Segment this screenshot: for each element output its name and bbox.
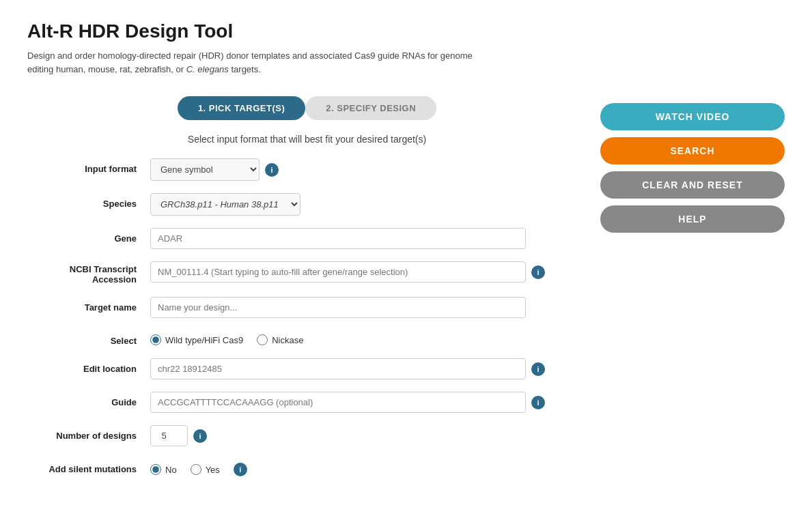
silent-no-label: No [165,465,177,475]
silent-mutations-control: No Yes i [150,459,587,476]
cas-wildtype-label: Wild type/HiFi Cas9 [165,335,243,345]
edit-location-info-icon[interactable]: i [531,362,545,376]
cas-select-label: Select [27,330,150,346]
guide-info-icon[interactable]: i [531,396,545,409]
guide-row: Guide i [27,392,587,413]
cas-nickase-radio[interactable] [257,334,268,345]
species-control: GRCh38.p11 - Human 38.p11 Mouse Rat Zebr… [150,193,587,216]
help-button[interactable]: HELP [600,205,785,233]
cas-radio-group: Wild type/HiFi Cas9 Nickase [150,330,303,345]
ncbi-label: NCBI Transcript Accession [27,261,150,285]
cas-select-row: Select Wild type/HiFi Cas9 Nickase [27,330,587,346]
species-select[interactable]: GRCh38.p11 - Human 38.p11 Mouse Rat Zebr… [150,193,300,216]
num-designs-label: Number of designs [27,425,150,441]
input-format-select[interactable]: Gene symbol Genomic coordinates NCBI tra… [150,158,260,181]
gene-label: Gene [27,228,150,244]
silent-yes-label: Yes [206,465,220,475]
search-button[interactable]: SEARCH [600,137,785,164]
page-title: Alt-R HDR Design Tool [27,20,785,42]
guide-input[interactable] [150,392,526,413]
ncbi-transcript-input[interactable] [150,261,526,283]
cas-wildtype-radio[interactable] [150,334,161,345]
gene-control [150,228,587,249]
edit-location-row: Edit location i [27,358,587,379]
page-subtitle: Design and order homology-directed repai… [27,49,492,76]
silent-yes-option[interactable]: Yes [191,464,220,475]
gene-row: Gene [27,228,587,249]
target-name-row: Target name [27,297,587,318]
silent-mutations-row: Add silent mutations No Yes i [27,459,587,476]
silent-no-option[interactable]: No [150,464,177,475]
target-name-control [150,297,587,318]
ncbi-row: NCBI Transcript Accession i [27,261,587,285]
num-designs-input[interactable] [150,425,188,446]
num-designs-control: i [150,425,587,446]
cas-select-control: Wild type/HiFi Cas9 Nickase [150,330,587,345]
cas-nickase-label: Nickase [272,335,303,345]
ncbi-info-icon[interactable]: i [531,265,545,279]
select-prompt: Select input format that will best fit y… [27,134,587,145]
species-label: Species [27,193,150,209]
input-format-control: Gene symbol Genomic coordinates NCBI tra… [150,158,587,181]
ncbi-control: i [150,261,587,283]
cas-nickase-option[interactable]: Nickase [257,334,303,345]
edit-location-label: Edit location [27,358,150,374]
cas-wildtype-option[interactable]: Wild type/HiFi Cas9 [150,334,243,345]
input-format-label: Input format [27,158,150,174]
input-format-row: Input format Gene symbol Genomic coordin… [27,158,587,181]
num-designs-info-icon[interactable]: i [193,429,207,443]
target-name-input[interactable] [150,297,526,318]
clear-reset-button[interactable]: CLEAR AND RESET [600,171,785,199]
silent-yes-radio[interactable] [191,464,201,475]
edit-location-control: i [150,358,587,379]
guide-label: Guide [27,392,150,407]
input-format-info-icon[interactable]: i [265,163,279,177]
gene-input[interactable] [150,228,526,249]
tab-specify-design[interactable]: 2. SPECIFY DESIGN [305,96,436,120]
silent-mutations-radio-group: No Yes i [150,459,247,476]
species-row: Species GRCh38.p11 - Human 38.p11 Mouse … [27,193,587,216]
edit-location-input[interactable] [150,358,526,379]
num-designs-row: Number of designs i [27,425,587,446]
silent-no-radio[interactable] [150,464,161,475]
tabs-container: 1. PICK TARGET(S) 2. SPECIFY DESIGN [27,96,587,120]
watch-video-button[interactable]: WATCH VIDEO [600,103,785,130]
target-name-label: Target name [27,297,150,313]
silent-mutations-label: Add silent mutations [27,459,150,474]
right-panel: WATCH VIDEO SEARCH CLEAR AND RESET HELP [600,96,785,489]
silent-mutations-info-icon[interactable]: i [234,463,247,476]
tab-pick-targets[interactable]: 1. PICK TARGET(S) [178,96,305,120]
guide-control: i [150,392,587,413]
